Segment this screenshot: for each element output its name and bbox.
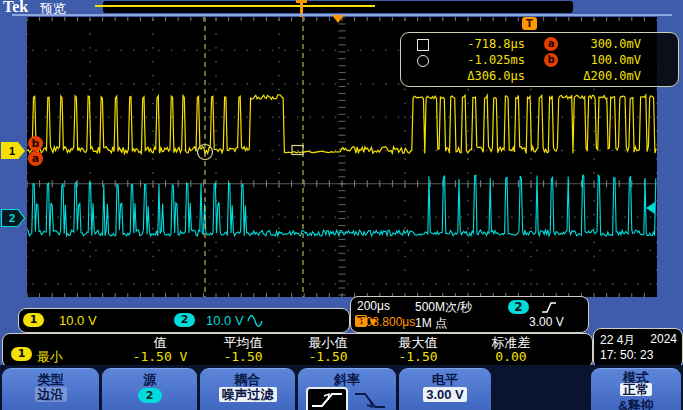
menu-coupling-title: 耦合: [200, 371, 295, 387]
time: 17: 50: 23: [600, 348, 653, 362]
channel-2-badge: 2: [174, 313, 195, 327]
horizontal-trigger-readout: 200μs 500M次/秒 2 T→▼-608.800μs 1M 点 3.00 …: [350, 296, 589, 333]
cursor-a-marker[interactable]: a: [28, 151, 43, 166]
channel-1-marker[interactable]: 1: [1, 142, 26, 160]
cursor-a-time: -1.025ms: [435, 53, 525, 67]
year: 2024: [650, 332, 677, 346]
channel-1-marker-label: 1: [9, 145, 15, 157]
date: 22 4月: [600, 332, 635, 349]
channel-2-marker[interactable]: 2: [1, 209, 26, 227]
square-cursor-icon: [417, 39, 429, 51]
rising-edge-icon: [309, 389, 345, 410]
menu-source-title: 源: [102, 371, 197, 387]
measurement-strip: 1 最小 值-1.50 V 平均值-1.50 最小值-1.50 最大值-1.50…: [2, 333, 593, 368]
trigger-slope-rising-icon: [541, 301, 557, 314]
expansion-point-icon: [332, 15, 344, 23]
trigger-level-value: 3.00 V: [529, 315, 564, 329]
record-waveform-line: [95, 5, 375, 7]
cursor-b-marker[interactable]: b: [28, 136, 43, 151]
menu-source-badge: 2: [138, 388, 162, 403]
measurement-col-mean: 平均值-1.50: [223, 334, 262, 364]
circle-cursor-icon: [417, 55, 429, 67]
menu-button-coupling[interactable]: 耦合 噪声过滤: [200, 368, 295, 410]
cursor-readout-box: -718.8μs a 300.0mV -1.025ms b 100.0mV Δ3…: [400, 32, 679, 87]
menu-button-source[interactable]: 源 2: [102, 368, 197, 410]
cursor-delta-voltage: Δ200.0mV: [551, 69, 641, 83]
ch2-coupling-sine-icon: [247, 315, 263, 327]
channel-1-scale: 10.0 V: [59, 313, 97, 328]
menu-button-slope[interactable]: 斜率: [298, 368, 396, 410]
trigger-delay-value: -608.800μs: [355, 315, 415, 329]
menu-button-level[interactable]: 电平 3.00 V: [399, 368, 491, 410]
menu-button-mode[interactable]: 模式 正常 &释抑: [591, 368, 681, 410]
menu-level-value: 3.00 V: [423, 387, 467, 402]
oscilloscope-screen: Tek 预览 T 1 b a 2 -718.8μs a 300.0mV -1.0…: [0, 0, 683, 410]
measurement-col-value: 值-1.50 V: [133, 334, 188, 364]
cursor-a-voltage: 300.0mV: [551, 37, 641, 51]
measurement-col-min: 最小值-1.50: [308, 334, 347, 364]
menu-type-value: 边沿: [35, 387, 67, 402]
slope-rising-selected-box[interactable]: [306, 387, 348, 410]
channel-scale-readout: 1 10.0 V 2 10.0 V: [18, 308, 350, 333]
cursor-delta-time: Δ306.0μs: [435, 69, 525, 83]
record-length: 1M 点: [415, 315, 447, 332]
menu-type-title: 类型: [2, 371, 99, 387]
sample-rate: 500M次/秒: [415, 299, 472, 316]
menu-mode-title: 模式: [591, 369, 681, 382]
menu-mode-value: 正常: [620, 383, 652, 396]
menu-coupling-value: 噪声过滤: [219, 387, 277, 402]
datetime-box: 22 4月 2024 17: 50: 23: [593, 328, 683, 369]
trigger-position-marker[interactable]: T: [522, 17, 537, 30]
falling-edge-icon[interactable]: [352, 389, 388, 410]
timebase-scale: 200μs: [357, 299, 390, 313]
menu-level-title: 电平: [399, 371, 491, 387]
menu-button-type[interactable]: 类型 边沿: [2, 368, 99, 410]
trigger-level-arrow-icon[interactable]: [646, 202, 655, 214]
channel-2-scale: 10.0 V: [206, 313, 244, 328]
trigger-source-badge: 2: [508, 300, 529, 314]
cursor-b-time: -718.8μs: [435, 37, 525, 51]
measurement-col-stddev: 标准差0.00: [492, 334, 531, 364]
cursor-b-voltage: 100.0mV: [551, 53, 641, 67]
measurement-name: 最小: [37, 348, 63, 366]
channel-2-marker-label: 2: [9, 212, 15, 224]
channel-1-badge: 1: [23, 313, 44, 327]
measurement-source-badge: 1: [11, 347, 32, 361]
menu-slope-title: 斜率: [298, 371, 396, 387]
measurement-col-max: 最大值-1.50: [398, 334, 437, 364]
record-view-bar: [103, 1, 573, 13]
menu-mode-extra: &释抑: [591, 397, 681, 410]
